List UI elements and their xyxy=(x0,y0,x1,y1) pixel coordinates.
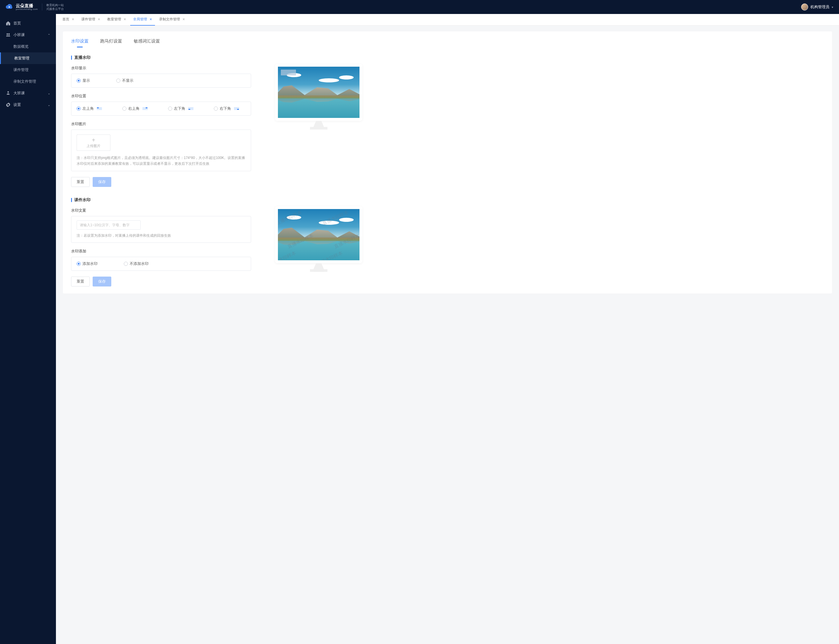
radio-icon xyxy=(77,107,81,111)
preview-monitor-live xyxy=(275,64,363,121)
radio-top-right[interactable]: 右上角 xyxy=(122,106,148,111)
home-icon xyxy=(6,21,10,26)
section-live-watermark: 直播水印 xyxy=(71,55,257,60)
monitor-stand-icon xyxy=(310,263,328,272)
radio-group-display: 显示 不显示 xyxy=(71,74,251,88)
inner-tab-marquee[interactable]: 跑马灯设置 xyxy=(100,38,122,47)
topbar: 云朵直播 yunduoketang.com 教育机构一站 式服务云平台 机构管理… xyxy=(0,0,839,14)
radio-icon xyxy=(124,262,128,266)
section-title: 课件水印 xyxy=(74,197,91,203)
radio-label: 不显示 xyxy=(122,78,134,83)
save-button[interactable]: 保存 xyxy=(92,177,111,187)
sidebar-item-recording-mgmt[interactable]: 录制文件管理 xyxy=(0,76,56,87)
radio-bottom-left[interactable]: 左下角 xyxy=(168,106,193,111)
tab-courseware[interactable]: 课件管理✕ xyxy=(78,14,103,26)
close-icon[interactable]: ✕ xyxy=(182,18,185,21)
upload-button[interactable]: + 上传图片 xyxy=(77,135,110,151)
sidebar-item-label: 设置 xyxy=(13,102,21,107)
section-bar-icon xyxy=(71,198,72,202)
upload-text: 上传图片 xyxy=(87,143,101,148)
sidebar: 首页 小班课 ⌃ 数据概览 教室管理 课件管理 录制文件管理 大班课 ⌄ 设置 … xyxy=(0,14,56,644)
corner-tr-icon xyxy=(142,107,148,110)
label-wm-display: 水印显示 xyxy=(71,66,257,71)
logo-name: 云朵直播 xyxy=(16,3,38,8)
upload-area: + 上传图片 注：水印只支持png格式图片，且必须为透明底。建议最佳图片尺寸：1… xyxy=(71,130,251,171)
radio-no-wm[interactable]: 不添加水印 xyxy=(124,261,148,266)
sidebar-item-big-class[interactable]: 大班课 ⌄ xyxy=(0,87,56,99)
section-bar-icon xyxy=(71,56,72,60)
sidebar-item-label: 课件管理 xyxy=(13,67,28,72)
tab-home[interactable]: 首页✕ xyxy=(59,14,77,26)
sidebar-item-label: 录制文件管理 xyxy=(13,79,36,84)
inner-tab-watermark[interactable]: 水印设置 xyxy=(71,38,89,47)
user-name: 机构管理员 xyxy=(811,4,829,10)
corner-tl-icon xyxy=(97,107,102,110)
inner-tabs: 水印设置 跑马灯设置 敏感词汇设置 xyxy=(71,38,824,47)
upload-hint: 注：水印只支持png格式图片，且必须为透明底。建议最佳图片尺寸：174*80，大… xyxy=(77,155,246,167)
close-icon[interactable]: ✕ xyxy=(97,18,100,21)
radio-group-position: 左上角 右上角 左下角 右下角 xyxy=(71,102,251,116)
svg-point-1 xyxy=(8,33,10,35)
radio-label: 显示 xyxy=(82,78,90,83)
tab-label: 首页 xyxy=(63,17,69,22)
user-menu[interactable]: 机构管理员 ▾ xyxy=(801,3,833,10)
radio-add-wm[interactable]: 添加水印 xyxy=(77,261,97,266)
radio-top-left[interactable]: 左上角 xyxy=(77,106,102,111)
sidebar-item-label: 数据概览 xyxy=(13,44,28,49)
label-wm-text: 水印文案 xyxy=(71,208,257,213)
sidebar-item-label: 首页 xyxy=(13,21,21,26)
tab-classroom[interactable]: 教室管理✕ xyxy=(104,14,129,26)
close-icon[interactable]: ✕ xyxy=(124,18,126,21)
radio-label: 左上角 xyxy=(82,106,94,111)
radio-label: 右下角 xyxy=(220,106,231,111)
sidebar-item-label: 教室管理 xyxy=(14,56,30,61)
radio-label: 左下角 xyxy=(174,106,185,111)
label-wm-position: 水印位置 xyxy=(71,94,257,99)
course-hint: 注：若设置为添加水印，对直播上传的课件和生成的回放生效 xyxy=(77,233,246,238)
close-icon[interactable]: ✕ xyxy=(150,18,152,21)
radio-icon xyxy=(122,107,127,111)
users-multi-icon xyxy=(6,91,10,95)
radio-bottom-right[interactable]: 右下角 xyxy=(214,106,239,111)
wm-text-input[interactable] xyxy=(77,220,141,230)
reset-button[interactable]: 重置 xyxy=(71,277,90,286)
inner-tab-sensitive[interactable]: 敏感词汇设置 xyxy=(134,38,160,47)
section-title: 直播水印 xyxy=(74,55,91,60)
sidebar-item-settings[interactable]: 设置 ⌄ xyxy=(0,99,56,111)
radio-icon xyxy=(214,107,218,111)
radio-label: 添加水印 xyxy=(82,261,97,266)
sidebar-item-data-overview[interactable]: 数据概览 xyxy=(0,41,56,53)
cloud-logo-icon xyxy=(6,3,13,10)
radio-hide[interactable]: 不显示 xyxy=(116,78,134,83)
tab-label: 教室管理 xyxy=(107,17,121,22)
tab-label: 全局管理 xyxy=(133,17,147,22)
chevron-down-icon: ⌄ xyxy=(48,92,50,95)
plus-icon: + xyxy=(92,137,95,143)
radio-label: 右上角 xyxy=(128,106,140,111)
sidebar-item-small-class[interactable]: 小班课 ⌃ xyxy=(0,29,56,41)
svg-point-0 xyxy=(7,33,8,35)
radio-icon xyxy=(116,79,120,83)
sidebar-item-courseware-mgmt[interactable]: 课件管理 xyxy=(0,64,56,76)
monitor-stand-icon xyxy=(310,121,328,130)
close-icon[interactable]: ✕ xyxy=(72,18,74,21)
tab-global[interactable]: 全局管理✕ xyxy=(130,14,155,26)
sidebar-item-label: 大班课 xyxy=(13,90,25,96)
label-wm-image: 水印图片 xyxy=(71,122,257,127)
logo-divider xyxy=(42,3,42,10)
sidebar-item-classroom-mgmt[interactable]: 教室管理 xyxy=(0,53,56,64)
corner-br-icon xyxy=(234,107,239,110)
sidebar-item-label: 小班课 xyxy=(13,32,25,38)
reset-button[interactable]: 重置 xyxy=(71,177,90,187)
watermark-chip-icon xyxy=(281,70,296,76)
gear-icon xyxy=(6,102,10,107)
radio-show[interactable]: 显示 xyxy=(77,78,90,83)
tab-recording[interactable]: 录制文件管理✕ xyxy=(156,14,188,26)
chevron-down-icon: ▾ xyxy=(832,5,833,9)
radio-icon xyxy=(77,262,81,266)
radio-icon xyxy=(77,79,81,83)
save-button[interactable]: 保存 xyxy=(92,277,111,286)
radio-label: 不添加水印 xyxy=(130,261,148,266)
avatar xyxy=(801,3,808,10)
sidebar-item-home[interactable]: 首页 xyxy=(0,18,56,29)
